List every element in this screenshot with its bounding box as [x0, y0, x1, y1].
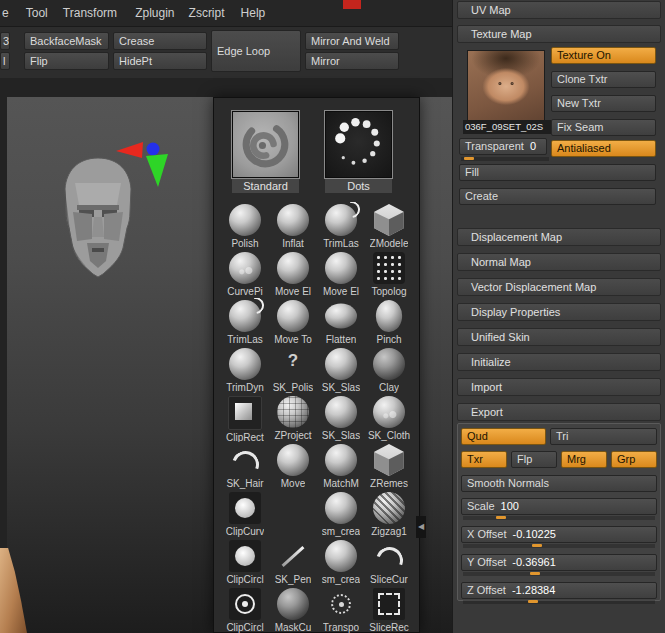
brush-dots[interactable]: Dots — [325, 111, 392, 193]
brush-item[interactable]: Transpo — [317, 586, 365, 633]
brush-grid: Polish Inflat TrimLas ZModele CurvePi Mo… — [214, 193, 419, 633]
brush-item[interactable]: Move To — [269, 298, 317, 346]
brush-item[interactable]: Inflat — [269, 202, 317, 250]
section-unified-skin[interactable]: Unified Skin — [457, 328, 661, 346]
grp-toggle[interactable]: Grp — [611, 451, 657, 468]
brush-label: ClipCurv — [226, 526, 264, 537]
brush-item[interactable]: SK_Cloth — [365, 394, 413, 442]
brush-standard[interactable]: Standard — [232, 111, 299, 193]
panel-scroll-arrow[interactable]: ◀ — [416, 516, 426, 538]
antialiased-button[interactable]: Antialiased — [551, 140, 656, 157]
brush-item[interactable]: MatchM — [317, 442, 365, 490]
brush-icon — [374, 298, 404, 334]
clone-txtr-button[interactable]: Clone Txtr — [551, 71, 656, 88]
transparent-slider[interactable]: Transparent 0 — [459, 138, 547, 155]
section-initialize[interactable]: Initialize — [457, 353, 661, 371]
mirror-button[interactable]: Mirror — [305, 52, 399, 70]
section-display-properties[interactable]: Display Properties — [457, 303, 661, 321]
brush-item[interactable]: ClipCurv — [221, 490, 269, 538]
tri-toggle[interactable]: Tri — [550, 428, 657, 445]
y-offset-slider[interactable]: Y Offset -0.36961 — [461, 554, 657, 571]
brush-item[interactable]: ZRemes — [365, 442, 413, 490]
section-vector-displacement-map[interactable]: Vector Displacement Map — [457, 278, 661, 296]
brush-item[interactable]: Move El — [317, 250, 365, 298]
texture-on-button[interactable]: Texture On — [551, 47, 656, 64]
brush-item[interactable]: ClipRect — [221, 394, 269, 442]
toolbar-button-partial-2[interactable]: l — [0, 52, 10, 70]
menu-item-help[interactable]: Help — [241, 0, 266, 20]
brush-item[interactable]: Topolog — [365, 250, 413, 298]
mirror-and-weld-button[interactable]: Mirror And Weld — [305, 32, 399, 50]
qud-toggle[interactable]: Qud — [461, 428, 546, 445]
scale-slider[interactable]: Scale 100 — [461, 498, 657, 515]
brush-icon — [325, 348, 357, 380]
menu-item-tool[interactable]: Tool — [26, 0, 48, 20]
brush-item[interactable]: ZModele — [365, 202, 413, 250]
brush-item[interactable]: TrimLas — [221, 298, 269, 346]
z-offset-slider-thumb[interactable] — [528, 600, 538, 603]
brush-label: MaskCu — [275, 622, 312, 633]
hidept-button[interactable]: HidePt — [113, 52, 207, 70]
section-displacement-map[interactable]: Displacement Map — [457, 228, 661, 246]
menu-item-zscript[interactable]: Zscript — [189, 0, 225, 20]
brush-item[interactable]: ClipCircl — [221, 586, 269, 633]
toolbar-button-partial-1[interactable]: 3 — [0, 32, 10, 50]
brush-icon — [277, 588, 309, 620]
brush-item[interactable]: Zigzag1 — [365, 490, 413, 538]
brush-item[interactable]: MaskCu — [269, 586, 317, 633]
scale-slider-track — [463, 516, 655, 520]
brush-item[interactable]: ClipCircl — [221, 538, 269, 586]
x-offset-slider[interactable]: X Offset -0.10225 — [461, 526, 657, 543]
section-export[interactable]: Export — [457, 403, 661, 421]
y-offset-slider-thumb[interactable] — [530, 572, 540, 575]
brush-item[interactable]: ZProject — [269, 394, 317, 442]
brush-item[interactable]: Polish — [221, 202, 269, 250]
menu-item-zplugin[interactable]: Zplugin — [135, 0, 174, 20]
brush-item[interactable]: SK_Slas — [317, 394, 365, 442]
brush-item[interactable]: SK_Hair — [221, 442, 269, 490]
txr-toggle[interactable]: Txr — [461, 451, 507, 468]
create-subsection[interactable]: Create — [459, 188, 656, 205]
fix-seam-button[interactable]: Fix Seam — [551, 119, 656, 136]
x-offset-slider-thumb[interactable] — [532, 544, 542, 547]
brush-item[interactable]: sm_crea — [317, 490, 365, 538]
brush-item[interactable]: TrimLas — [317, 202, 365, 250]
section-texture-map[interactable]: Texture Map — [457, 25, 661, 43]
menu-item-transform[interactable]: Transform — [63, 0, 117, 20]
section-import[interactable]: Import — [457, 378, 661, 396]
section-uv-map[interactable]: UV Map — [457, 1, 661, 19]
backfacemask-button[interactable]: BackfaceMask — [24, 32, 109, 50]
brush-item[interactable]: SK_Polis — [269, 346, 317, 394]
section-normal-map[interactable]: Normal Map — [457, 253, 661, 271]
brush-item[interactable]: Move — [269, 442, 317, 490]
brush-label: CurvePi — [227, 286, 263, 297]
mrg-toggle[interactable]: Mrg — [561, 451, 607, 468]
brush-item[interactable]: Pinch — [365, 298, 413, 346]
crease-button[interactable]: Crease — [113, 32, 207, 50]
menu-item-texture-partial[interactable]: e — [2, 0, 9, 20]
brush-item[interactable]: CurvePi — [221, 250, 269, 298]
transparent-slider-thumb[interactable] — [464, 157, 474, 160]
new-txtr-button[interactable]: New Txtr — [551, 95, 656, 112]
z-offset-slider[interactable]: Z Offset -1.28384 — [461, 582, 657, 599]
flp-toggle[interactable]: Flp — [511, 451, 557, 468]
brush-item[interactable]: sm_crea — [317, 538, 365, 586]
smooth-normals-button[interactable]: Smooth Normals — [461, 475, 657, 492]
brush-icon — [277, 540, 309, 572]
brush-item[interactable]: SliceCur — [365, 538, 413, 586]
brush-item[interactable]: Move El — [269, 250, 317, 298]
brush-item[interactable]: TrimDyn — [221, 346, 269, 394]
edge-loop-button[interactable]: Edge Loop — [211, 30, 301, 72]
fill-button[interactable]: Fill — [459, 164, 656, 181]
brush-item[interactable]: Clay — [365, 346, 413, 394]
brush-standard-label: Standard — [232, 179, 299, 193]
flip-button[interactable]: Flip — [24, 52, 109, 70]
brush-item[interactable]: SK_Slas — [317, 346, 365, 394]
scale-slider-thumb[interactable] — [496, 516, 506, 519]
brush-item[interactable]: SK_Pen — [269, 538, 317, 586]
brush-label: ZRemes — [370, 478, 408, 489]
brush-item[interactable]: SliceRec — [365, 586, 413, 633]
texture-thumbnail[interactable] — [467, 50, 545, 126]
brush-item[interactable]: Flatten — [317, 298, 365, 346]
record-indicator — [343, 0, 361, 9]
